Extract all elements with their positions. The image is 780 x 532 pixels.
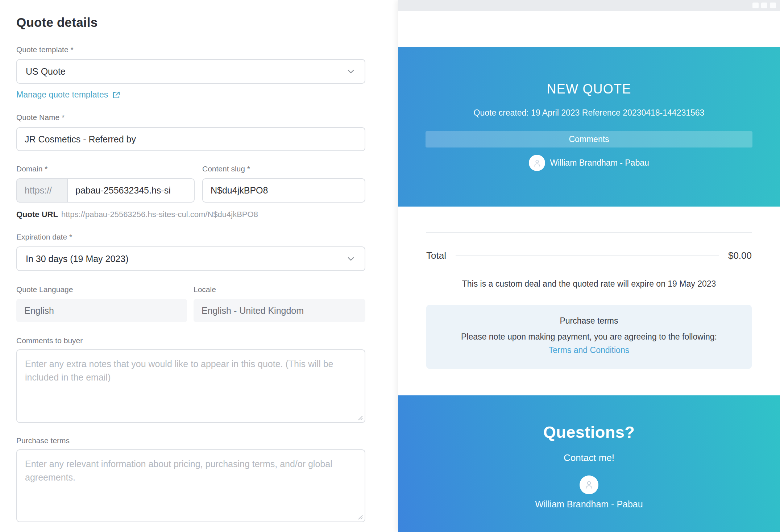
window-control-icon: [761, 3, 767, 8]
quote-name-label: Quote Name *: [16, 113, 365, 122]
contact-me-text: Contact me!: [398, 452, 780, 464]
domain-label: Domain *: [16, 165, 202, 173]
quote-language-field: English: [16, 299, 187, 322]
footer-owner-name: William Brandham - Pabau: [398, 499, 780, 510]
locale-field: English - United Kingdom: [194, 299, 365, 322]
total-label: Total: [426, 250, 446, 261]
chevron-down-icon: [346, 66, 356, 76]
content-slug-label: Content slug *: [202, 165, 250, 173]
purchase-terms-textarea[interactable]: [16, 449, 365, 522]
manage-quote-templates-link[interactable]: Manage quote templates: [16, 90, 120, 100]
comments-button[interactable]: Comments: [426, 131, 752, 147]
person-icon: [584, 479, 594, 490]
quote-language-label: Quote Language: [16, 285, 194, 294]
quote-body-section: Total $0.00 This is a custom deal and th…: [398, 207, 780, 395]
quote-preview-panel: NEW QUOTE Quote created: 19 April 2023 R…: [398, 0, 780, 532]
content-slug-input[interactable]: [202, 178, 365, 203]
chevron-down-icon: [346, 254, 356, 264]
quote-template-value: US Quote: [26, 66, 66, 77]
expiration-date-value: In 30 days (19 May 2023): [26, 254, 129, 264]
purchase-terms-box: Purchase terms Please note upon making p…: [426, 305, 752, 369]
quote-hero-banner: NEW QUOTE Quote created: 19 April 2023 R…: [398, 47, 780, 207]
quote-url-value: https://pabau-25563256.hs-sites-cul.com/…: [61, 210, 258, 219]
total-row: Total $0.00: [426, 250, 752, 261]
section-divider: [426, 232, 752, 233]
quote-owner-name: William Brandham - Pabau: [550, 158, 649, 168]
purchase-terms-box-note: Please note upon making payment, you are…: [426, 332, 752, 342]
total-amount: $0.00: [728, 250, 752, 261]
avatar: [529, 155, 545, 171]
quote-template-select[interactable]: US Quote: [16, 59, 365, 84]
expiration-date-label: Expiration date *: [16, 233, 365, 241]
https-protocol-prefix: https://: [16, 178, 67, 203]
footer-avatar-row: [398, 475, 780, 494]
window-control-icon: [770, 3, 776, 8]
page-title: Quote details: [16, 15, 365, 30]
avatar: [580, 475, 598, 494]
domain-input[interactable]: [67, 178, 195, 203]
resize-handle-icon[interactable]: [357, 514, 363, 520]
expiration-date-select[interactable]: In 30 days (19 May 2023): [16, 246, 365, 271]
quote-template-label: Quote template *: [16, 45, 365, 54]
comments-to-buyer-label: Comments to buyer: [16, 336, 365, 345]
questions-footer-banner: Questions? Contact me! William Brandham …: [398, 395, 780, 532]
person-icon: [532, 158, 542, 168]
domain-slug-labels: Domain * Content slug *: [16, 165, 365, 173]
quote-owner-row: William Brandham - Pabau: [398, 155, 780, 171]
purchase-terms-box-title: Purchase terms: [426, 316, 752, 326]
language-locale-row: English English - United Kingdom: [16, 299, 365, 322]
quote-url-line: Quote URLhttps://pabau-25563256.hs-sites…: [16, 209, 365, 219]
quote-hero-title: NEW QUOTE: [398, 47, 780, 97]
domain-slug-row: https://: [16, 178, 365, 203]
external-link-icon: [112, 91, 120, 99]
comments-to-buyer-textarea[interactable]: [16, 349, 365, 423]
quote-name-input[interactable]: [16, 127, 365, 151]
quote-url-label: Quote URL: [16, 210, 58, 219]
quote-created-reference: Quote created: 19 April 2023 Reference 2…: [398, 108, 780, 118]
manage-quote-templates-label: Manage quote templates: [16, 90, 108, 100]
questions-title: Questions?: [398, 395, 780, 442]
quote-details-form: Quote details Quote template * US Quote …: [16, 0, 365, 522]
custom-deal-note: This is a custom deal and the quoted rat…: [426, 279, 752, 289]
window-control-icon: [752, 3, 759, 8]
terms-and-conditions-link[interactable]: Terms and Conditions: [549, 345, 629, 355]
locale-label: Locale: [194, 285, 216, 294]
language-locale-labels: Quote Language Locale: [16, 285, 365, 294]
resize-handle-icon[interactable]: [357, 415, 363, 420]
total-leader-line: [456, 255, 719, 256]
preview-window-bar: [398, 0, 780, 11]
purchase-terms-label: Purchase terms: [16, 436, 365, 445]
